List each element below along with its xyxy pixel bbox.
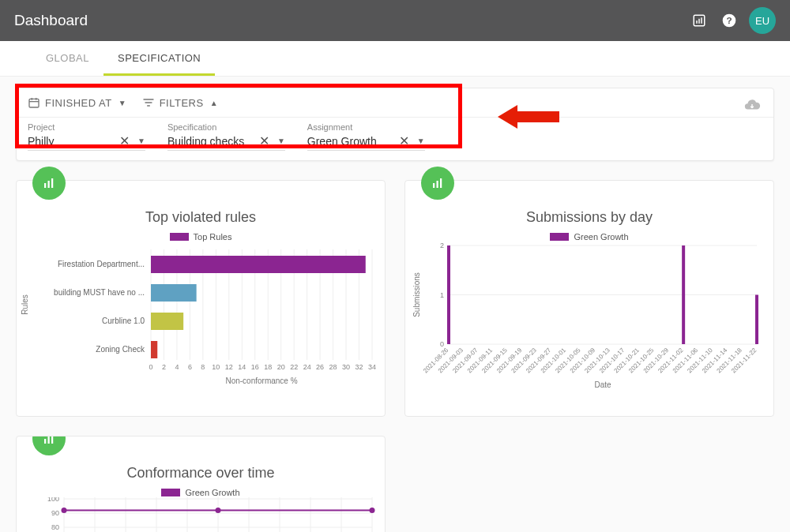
tabs: GLOBAL SPECIFICATION [0,41,790,77]
card-conformance-over-time: Conformance over time Green Growth 60708… [16,436,386,532]
svg-point-119 [62,508,67,513]
filter-value[interactable]: Green Growth [307,135,394,148]
svg-rect-59 [433,183,434,188]
svg-text:24: 24 [303,363,311,371]
svg-rect-6 [29,99,39,107]
svg-point-120 [216,508,221,513]
legend-label: Green Growth [185,488,239,497]
card-title: Conformance over time [17,465,385,481]
chevron-down-icon[interactable]: ▼ [277,137,285,145]
legend-label: Green Growth [574,232,628,242]
page-title: Dashboard [14,12,88,29]
chart-badge-icon [32,436,66,455]
chevron-down-icon[interactable]: ▼ [137,137,145,145]
chevron-down-icon[interactable]: ▼ [417,137,425,145]
svg-text:2: 2 [440,242,444,249]
svg-text:building MUST have no ...: building MUST have no ... [54,288,145,297]
svg-text:100: 100 [47,497,59,503]
svg-text:26: 26 [316,363,324,371]
filter-project: Project Philly ✕ ▼ [28,122,145,151]
svg-rect-53 [151,313,183,330]
card-title: Top violated rules [17,209,385,226]
card-top-violated-rules: Top violated rules Top Rules 02468101214… [16,180,386,417]
svg-text:1: 1 [440,291,444,299]
svg-text:80: 80 [51,523,59,531]
svg-rect-11 [48,181,50,188]
svg-text:14: 14 [238,363,246,371]
tab-global[interactable]: GLOBAL [32,41,103,76]
avatar[interactable]: EU [749,7,776,34]
svg-text:Zoning Check: Zoning Check [96,345,145,354]
clear-icon[interactable]: ✕ [119,133,130,148]
chart-badge-icon [32,167,66,200]
svg-text:10: 10 [212,363,220,371]
svg-rect-61 [440,178,442,188]
svg-text:12: 12 [225,363,233,371]
svg-text:0: 0 [149,363,152,371]
svg-rect-3 [701,17,702,24]
filter-bar: FINISHED AT ▼ FILTERS ▲ Project Philly ✕… [16,88,774,161]
filters-chip-label[interactable]: FILTERS [160,97,204,109]
date-chip-label[interactable]: FINISHED AT [45,97,112,109]
filter-assignment: Assignment Green Growth ✕ ▼ [307,122,425,151]
svg-text:30: 30 [342,363,350,371]
svg-text:Date: Date [594,380,611,389]
chevron-up-icon[interactable]: ▲ [210,99,218,107]
svg-rect-96 [48,436,50,444]
filter-icon [142,96,155,109]
svg-rect-51 [151,284,197,302]
stats-icon[interactable] [686,7,713,34]
svg-rect-85 [682,245,685,344]
svg-text:Non-conformance %: Non-conformance % [225,377,297,385]
svg-rect-95 [44,439,46,444]
clear-icon[interactable]: ✕ [399,133,409,148]
filter-label: Specification [167,122,285,132]
svg-text:8: 8 [201,363,205,371]
chart-legend: Green Growth [17,488,385,497]
bar-chart-horizontal: 0246810121416182022242628303234Firestati… [17,242,386,399]
svg-text:34: 34 [368,363,376,371]
filter-specification: Specification Building checks ✕ ▼ [167,122,285,151]
chevron-down-icon[interactable]: ▼ [118,99,126,107]
filter-value[interactable]: Philly [28,135,115,148]
svg-text:90: 90 [51,509,59,517]
legend-swatch [170,233,189,241]
legend-swatch [550,233,569,241]
svg-text:?: ? [726,15,732,25]
chart-legend: Top Rules [17,232,385,242]
chart-badge-icon [421,167,454,200]
help-icon[interactable]: ? [716,7,743,34]
chart-legend: Green Growth [405,232,773,242]
legend-label: Top Rules [194,232,232,242]
svg-text:Curbline 1.0: Curbline 1.0 [102,317,145,325]
svg-text:4: 4 [175,363,179,371]
svg-text:Rules: Rules [21,294,29,315]
svg-rect-91 [755,295,758,345]
download-cloud-icon[interactable] [743,96,761,116]
clear-icon[interactable]: ✕ [259,133,269,148]
svg-text:32: 32 [356,363,363,371]
svg-text:Firestation Department...: Firestation Department... [58,260,145,268]
svg-rect-55 [151,341,157,358]
filter-label: Project [28,122,145,132]
card-title: Submissions by day [405,209,773,226]
tab-specification[interactable]: SPECIFICATION [103,41,215,76]
filter-label: Assignment [307,122,425,132]
bar-chart-vertical: 0122021-08-262021-09-032021-09-072021-09… [405,242,775,399]
svg-text:2: 2 [162,363,166,371]
legend-swatch [161,489,180,496]
svg-rect-97 [51,436,53,444]
svg-text:16: 16 [251,363,259,371]
topbar: Dashboard ? EU [0,0,790,41]
svg-rect-10 [44,183,46,188]
svg-text:18: 18 [264,363,272,371]
filter-value[interactable]: Building checks [167,135,254,148]
svg-rect-68 [447,245,450,344]
svg-rect-12 [51,178,53,188]
svg-rect-49 [151,256,366,273]
svg-rect-1 [696,21,698,24]
svg-rect-60 [437,181,438,188]
svg-text:28: 28 [329,363,337,371]
svg-point-121 [370,508,375,513]
svg-text:6: 6 [188,363,192,371]
